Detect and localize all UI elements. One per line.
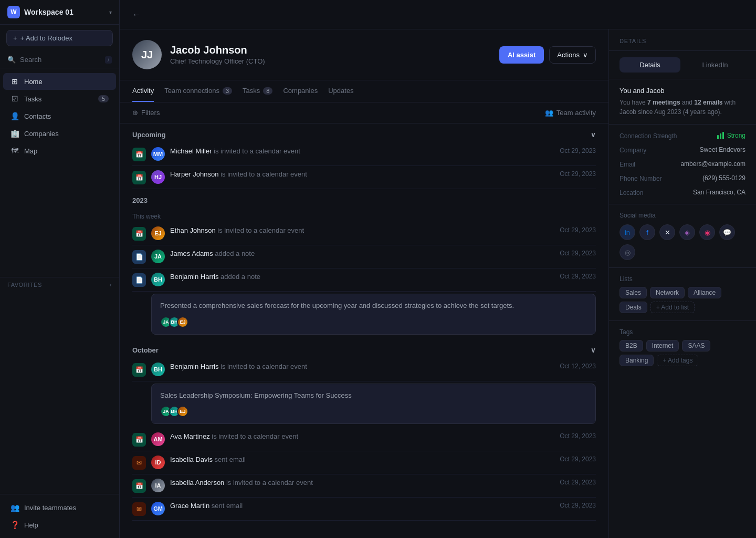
nav-label-map: Map [24, 147, 37, 155]
tabs-bar: Activity Team connections 3 Tasks 8 Comp… [120, 80, 608, 102]
profile-name: Jacob Johnson [170, 44, 491, 56]
linkedin-icon[interactable]: in [620, 224, 635, 240]
calendar-icon: 📅 [132, 227, 146, 241]
sidebar-bottom: 👥 Invite teammates ❓ Help [0, 494, 119, 538]
social-icons: in f ✕ ◈ ◉ 💬 ◎ [620, 224, 746, 260]
sidebar-item-contacts[interactable]: 👤 Contacts [3, 108, 116, 125]
avatar-placeholder: JJ [132, 40, 162, 69]
favorites-header: FAVORITES ‹ [7, 282, 112, 288]
activity-content: Benjamin Harris added a note [170, 273, 554, 281]
list-tag-deals[interactable]: Deals [620, 302, 647, 313]
main-content: ← JJ Jacob Johnson Chief Technology Offi… [120, 0, 756, 538]
connection-label: Connection Strength [620, 132, 677, 140]
activity-content: Isabella Davis sent email [170, 456, 554, 463]
sidebar-item-map[interactable]: 🗺 Map [3, 142, 116, 159]
activity-date: Oct 29, 2023 [560, 502, 596, 509]
tab-activity[interactable]: Activity [132, 80, 154, 102]
upcoming-header[interactable]: Upcoming ∨ [132, 123, 596, 143]
activity-item: 📅 AM Ava Martinez is invited to a calend… [132, 428, 596, 451]
search-bar[interactable]: 🔍 Search / [0, 51, 119, 68]
help-icon: ❓ [10, 521, 19, 529]
activity-date: Oct 29, 2023 [560, 250, 596, 257]
you-and-text: You have 7 meetings and 12 emails with J… [620, 98, 746, 117]
tag-internet[interactable]: Internet [646, 340, 679, 351]
back-button[interactable]: ← [130, 8, 143, 22]
facebook-icon[interactable]: f [639, 224, 655, 240]
tag-b2b[interactable]: B2B [620, 340, 643, 351]
tab-linkedin[interactable]: LinkedIn [685, 57, 746, 73]
center-panel: JJ Jacob Johnson Chief Technology Office… [120, 29, 609, 538]
list-tag-alliance[interactable]: Alliance [688, 287, 721, 298]
connection-strength-row: Connection Strength Strong [620, 132, 746, 140]
activity-content: Harper Johnson is invited to a calendar … [170, 170, 554, 178]
team-activity-button[interactable]: 👥 Team activity [545, 109, 596, 117]
messenger-icon[interactable]: ◈ [679, 224, 695, 240]
location-value: San Francisco, CA [693, 189, 746, 196]
avatar-bh: BH [151, 273, 165, 286]
search-icon: 🔍 [7, 56, 16, 64]
chevron-down-icon[interactable]: ▾ [109, 9, 112, 15]
tasks-icon: ☑ [10, 95, 19, 103]
tasks-badge: 5 [98, 95, 109, 102]
add-to-rolodex-button[interactable]: + + Add to Rolodex [6, 30, 113, 46]
activity-content: Isabella Anderson is invited to a calend… [170, 479, 554, 487]
tag-saas[interactable]: SAAS [682, 340, 710, 351]
avatar: JJ [132, 40, 162, 69]
list-tag-network[interactable]: Network [650, 287, 685, 298]
tab-updates[interactable]: Updates [328, 80, 353, 102]
actions-chevron-icon: ∨ [583, 51, 588, 59]
sidebar-item-home[interactable]: ⊞ Home [3, 73, 116, 90]
tab-team-connections[interactable]: Team connections 3 [164, 80, 232, 102]
ai-assist-button[interactable]: AI assist [499, 46, 544, 64]
profile-info: Jacob Johnson Chief Technology Officer (… [170, 44, 491, 65]
add-tags-button[interactable]: + Add tags [657, 355, 698, 366]
activity-date: Oct 29, 2023 [560, 147, 596, 154]
activity-date: Oct 29, 2023 [560, 432, 596, 440]
activity-item: 📅 EJ Ethan Johnson is invited to a calen… [132, 222, 596, 245]
tag-banking[interactable]: Banking [620, 355, 654, 366]
avatar-gm: GM [151, 502, 165, 515]
filters-button[interactable]: ⊕ Filters [132, 109, 160, 117]
invite-icon: 👥 [10, 503, 19, 512]
list-tag-sales[interactable]: Sales [620, 287, 647, 298]
email-icon: ✉ [132, 456, 146, 470]
year-2023-section: 2023 This week 📅 EJ Ethan Johnson is inv… [120, 189, 608, 521]
companies-icon: 🏢 [10, 129, 19, 138]
note-avatar: EJ [177, 406, 188, 417]
help-button[interactable]: ❓ Help [3, 516, 116, 533]
activity-date: Oct 29, 2023 [560, 479, 596, 486]
nav-label-home: Home [24, 78, 43, 86]
instagram-icon[interactable]: ◉ [699, 224, 715, 240]
tab-companies[interactable]: Companies [283, 80, 318, 102]
other-social-icon[interactable]: ◎ [620, 244, 635, 260]
calendar-icon: 📅 [132, 363, 146, 377]
year-2023-header[interactable]: 2023 [132, 189, 596, 209]
sidebar-item-companies[interactable]: 🏢 Companies [3, 125, 116, 142]
feed-toolbar: ⊕ Filters 👥 Team activity [120, 102, 608, 123]
collapse-october-icon: ∨ [591, 346, 596, 354]
invite-teammates-button[interactable]: 👥 Invite teammates [3, 499, 116, 516]
company-label: Company [620, 146, 667, 154]
avatar-id: ID [151, 456, 165, 469]
home-icon: ⊞ [10, 77, 19, 86]
tab-tasks[interactable]: Tasks 8 [243, 80, 272, 102]
activity-date: Oct 29, 2023 [560, 226, 596, 234]
whatsapp-icon[interactable]: 💬 [719, 224, 735, 240]
sidebar-item-tasks[interactable]: ☑ Tasks 5 [3, 90, 116, 107]
october-header[interactable]: October ∨ [132, 339, 596, 358]
you-and-title: You and Jacob [620, 87, 746, 95]
actions-button[interactable]: Actions ∨ [549, 46, 596, 64]
topbar: ← [120, 0, 756, 29]
bar-3 [722, 132, 724, 139]
add-to-list-button[interactable]: + Add to list [650, 302, 695, 313]
note-card: Presented a comprehensive sales forecast… [151, 294, 596, 335]
tab-team-connections-badge: 3 [223, 87, 232, 95]
activity-content: Michael Miller is invited to a calendar … [170, 147, 554, 155]
detail-section-info: Connection Strength Strong Company Sweet… [609, 125, 756, 204]
details-panel-header: DETAILS [609, 29, 756, 51]
x-twitter-icon[interactable]: ✕ [659, 224, 675, 240]
tab-details[interactable]: Details [620, 57, 680, 73]
sidebar-header: W Workspace 01 ▾ [0, 0, 119, 25]
activity-date: Oct 29, 2023 [560, 273, 596, 280]
collapse-icon[interactable]: ‹ [110, 282, 112, 288]
